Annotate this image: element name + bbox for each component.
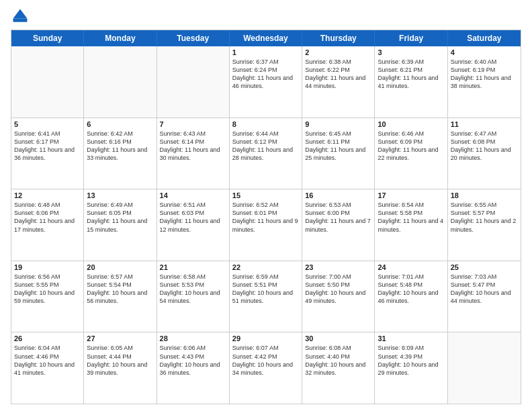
calendar-cell: 26Sunrise: 6:04 AM Sunset: 4:46 PM Dayli… — [11, 332, 84, 404]
calendar-cell: 2Sunrise: 6:38 AM Sunset: 6:22 PM Daylig… — [302, 46, 375, 118]
day-number: 20 — [87, 263, 153, 271]
cell-info: Sunrise: 6:56 AM Sunset: 5:55 PM Dayligh… — [14, 273, 81, 306]
day-number: 15 — [232, 191, 299, 199]
calendar-header-cell: Saturday — [448, 30, 521, 46]
calendar-week-row: 5Sunrise: 6:41 AM Sunset: 6:17 PM Daylig… — [11, 118, 521, 189]
svg-marker-0 — [13, 9, 28, 19]
calendar-cell: 16Sunrise: 6:53 AM Sunset: 6:00 PM Dayli… — [302, 189, 375, 261]
calendar-cell: 10Sunrise: 6:46 AM Sunset: 6:09 PM Dayli… — [375, 118, 447, 189]
day-number: 24 — [378, 263, 444, 271]
calendar-week-row: 26Sunrise: 6:04 AM Sunset: 4:46 PM Dayli… — [11, 332, 521, 404]
cell-info: Sunrise: 7:00 AM Sunset: 5:50 PM Dayligh… — [305, 273, 371, 306]
cell-info: Sunrise: 6:46 AM Sunset: 6:09 PM Dayligh… — [378, 130, 444, 163]
calendar-cell: 4Sunrise: 6:40 AM Sunset: 6:19 PM Daylig… — [448, 46, 521, 118]
calendar-cell: 15Sunrise: 6:52 AM Sunset: 6:01 PM Dayli… — [230, 189, 302, 261]
cell-info: Sunrise: 6:06 AM Sunset: 4:43 PM Dayligh… — [160, 344, 226, 377]
calendar-header-cell: Thursday — [302, 30, 375, 46]
calendar-cell — [448, 332, 521, 404]
cell-info: Sunrise: 6:54 AM Sunset: 5:58 PM Dayligh… — [378, 201, 444, 234]
calendar-cell: 19Sunrise: 6:56 AM Sunset: 5:55 PM Dayli… — [11, 261, 84, 332]
day-number: 2 — [305, 48, 371, 56]
cell-info: Sunrise: 6:45 AM Sunset: 6:11 PM Dayligh… — [305, 130, 371, 163]
day-number: 8 — [232, 120, 299, 128]
cell-info: Sunrise: 6:04 AM Sunset: 4:46 PM Dayligh… — [14, 344, 81, 377]
day-number: 9 — [305, 120, 371, 128]
calendar-cell: 5Sunrise: 6:41 AM Sunset: 6:17 PM Daylig… — [11, 118, 84, 189]
cell-info: Sunrise: 6:09 AM Sunset: 4:39 PM Dayligh… — [378, 344, 444, 377]
cell-info: Sunrise: 6:57 AM Sunset: 5:54 PM Dayligh… — [87, 273, 153, 306]
cell-info: Sunrise: 6:42 AM Sunset: 6:16 PM Dayligh… — [87, 130, 153, 163]
cell-info: Sunrise: 7:03 AM Sunset: 5:47 PM Dayligh… — [451, 273, 518, 306]
calendar-cell: 22Sunrise: 6:59 AM Sunset: 5:51 PM Dayli… — [230, 261, 302, 332]
cell-info: Sunrise: 6:37 AM Sunset: 6:24 PM Dayligh… — [232, 58, 299, 91]
day-number: 3 — [378, 48, 444, 56]
calendar-cell: 3Sunrise: 6:39 AM Sunset: 6:21 PM Daylig… — [375, 46, 447, 118]
day-number: 5 — [14, 120, 81, 128]
calendar-cell: 21Sunrise: 6:58 AM Sunset: 5:53 PM Dayli… — [157, 261, 230, 332]
day-number: 11 — [451, 120, 518, 128]
page: SundayMondayTuesdayWednesdayThursdayFrid… — [0, 0, 532, 411]
calendar-cell — [84, 46, 157, 118]
calendar-cell: 17Sunrise: 6:54 AM Sunset: 5:58 PM Dayli… — [375, 189, 447, 261]
calendar-cell: 14Sunrise: 6:51 AM Sunset: 6:03 PM Dayli… — [157, 189, 230, 261]
day-number: 22 — [232, 263, 299, 271]
day-number: 26 — [14, 334, 81, 342]
cell-info: Sunrise: 6:43 AM Sunset: 6:14 PM Dayligh… — [160, 130, 226, 163]
cell-info: Sunrise: 6:05 AM Sunset: 4:44 PM Dayligh… — [87, 344, 153, 377]
calendar: SundayMondayTuesdayWednesdayThursdayFrid… — [11, 30, 521, 404]
day-number: 12 — [14, 191, 81, 199]
svg-rect-1 — [13, 19, 28, 22]
day-number: 30 — [305, 334, 371, 342]
cell-info: Sunrise: 6:59 AM Sunset: 5:51 PM Dayligh… — [232, 273, 299, 306]
cell-info: Sunrise: 6:47 AM Sunset: 6:08 PM Dayligh… — [451, 130, 518, 163]
calendar-cell: 24Sunrise: 7:01 AM Sunset: 5:48 PM Dayli… — [375, 261, 447, 332]
calendar-header-cell: Sunday — [11, 30, 84, 46]
day-number: 21 — [160, 263, 226, 271]
calendar-header-cell: Monday — [84, 30, 157, 46]
cell-info: Sunrise: 6:40 AM Sunset: 6:19 PM Dayligh… — [451, 58, 518, 91]
cell-info: Sunrise: 6:07 AM Sunset: 4:42 PM Dayligh… — [232, 344, 299, 377]
calendar-cell: 9Sunrise: 6:45 AM Sunset: 6:11 PM Daylig… — [302, 118, 375, 189]
calendar-header-cell: Tuesday — [157, 30, 230, 46]
day-number: 23 — [305, 263, 371, 271]
cell-info: Sunrise: 6:49 AM Sunset: 6:05 PM Dayligh… — [87, 201, 153, 234]
calendar-cell: 8Sunrise: 6:44 AM Sunset: 6:12 PM Daylig… — [230, 118, 302, 189]
day-number: 13 — [87, 191, 153, 199]
calendar-cell: 18Sunrise: 6:55 AM Sunset: 5:57 PM Dayli… — [448, 189, 521, 261]
day-number: 29 — [232, 334, 299, 342]
day-number: 17 — [378, 191, 444, 199]
day-number: 6 — [87, 120, 153, 128]
cell-info: Sunrise: 6:08 AM Sunset: 4:40 PM Dayligh… — [305, 344, 371, 377]
day-number: 28 — [160, 334, 226, 342]
cell-info: Sunrise: 6:41 AM Sunset: 6:17 PM Dayligh… — [14, 130, 81, 163]
day-number: 25 — [451, 263, 518, 271]
calendar-week-row: 1Sunrise: 6:37 AM Sunset: 6:24 PM Daylig… — [11, 46, 521, 118]
calendar-cell: 20Sunrise: 6:57 AM Sunset: 5:54 PM Dayli… — [84, 261, 157, 332]
day-number: 1 — [232, 48, 299, 56]
day-number: 14 — [160, 191, 226, 199]
calendar-week-row: 19Sunrise: 6:56 AM Sunset: 5:55 PM Dayli… — [11, 261, 521, 332]
cell-info: Sunrise: 6:52 AM Sunset: 6:01 PM Dayligh… — [232, 201, 299, 234]
calendar-header-cell: Friday — [375, 30, 447, 46]
cell-info: Sunrise: 6:53 AM Sunset: 6:00 PM Dayligh… — [305, 201, 371, 234]
logo — [11, 7, 32, 26]
day-number: 16 — [305, 191, 371, 199]
cell-info: Sunrise: 7:01 AM Sunset: 5:48 PM Dayligh… — [378, 273, 444, 306]
day-number: 19 — [14, 263, 81, 271]
calendar-cell: 31Sunrise: 6:09 AM Sunset: 4:39 PM Dayli… — [375, 332, 447, 404]
calendar-cell: 7Sunrise: 6:43 AM Sunset: 6:14 PM Daylig… — [157, 118, 230, 189]
calendar-cell: 11Sunrise: 6:47 AM Sunset: 6:08 PM Dayli… — [448, 118, 521, 189]
calendar-cell — [11, 46, 84, 118]
cell-info: Sunrise: 6:39 AM Sunset: 6:21 PM Dayligh… — [378, 58, 444, 91]
calendar-cell: 27Sunrise: 6:05 AM Sunset: 4:44 PM Dayli… — [84, 332, 157, 404]
header — [11, 7, 521, 26]
calendar-cell: 1Sunrise: 6:37 AM Sunset: 6:24 PM Daylig… — [230, 46, 302, 118]
cell-info: Sunrise: 6:44 AM Sunset: 6:12 PM Dayligh… — [232, 130, 299, 163]
calendar-cell — [157, 46, 230, 118]
cell-info: Sunrise: 6:55 AM Sunset: 5:57 PM Dayligh… — [451, 201, 518, 234]
cell-info: Sunrise: 6:58 AM Sunset: 5:53 PM Dayligh… — [160, 273, 226, 306]
calendar-cell: 29Sunrise: 6:07 AM Sunset: 4:42 PM Dayli… — [230, 332, 302, 404]
calendar-header-cell: Wednesday — [230, 30, 302, 46]
day-number: 27 — [87, 334, 153, 342]
calendar-body: 1Sunrise: 6:37 AM Sunset: 6:24 PM Daylig… — [11, 46, 521, 404]
